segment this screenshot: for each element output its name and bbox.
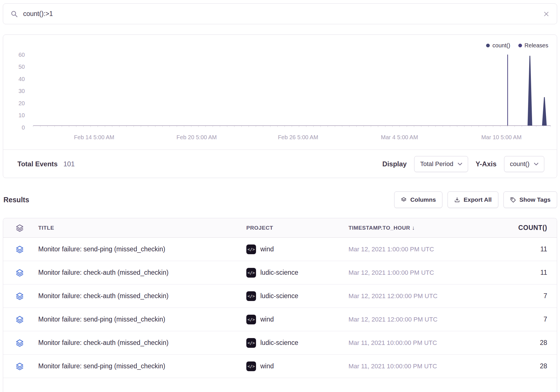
row-stack-icon[interactable] <box>3 362 38 370</box>
legend-label-releases: Releases <box>525 42 548 49</box>
table-row[interactable]: Monitor failure: send-ping (missed_check… <box>3 308 557 331</box>
event-timestamp: Mar 11, 2021 10:00:00 PM UTC <box>349 339 497 347</box>
clear-search-icon[interactable] <box>543 11 549 17</box>
results-heading: Results <box>3 196 29 204</box>
event-title[interactable]: Monitor failure: check-auth (missed_chec… <box>38 269 246 276</box>
display-dropdown-value: Total Period <box>420 160 453 168</box>
project-name: wind <box>260 362 274 370</box>
event-count: 11 <box>497 245 557 253</box>
column-header-project[interactable]: PROJECT <box>246 225 349 231</box>
project-badge-icon: </> <box>246 338 256 348</box>
row-stack-icon[interactable] <box>3 339 38 347</box>
table-header-row: TITLE PROJECT TIMESTAMP.TO_HOUR↓ COUNT() <box>3 218 557 238</box>
project-badge-icon: </> <box>246 315 256 324</box>
legend-dot-releases <box>518 44 522 47</box>
row-stack-icon[interactable] <box>3 245 38 253</box>
event-title[interactable]: Monitor failure: check-auth (missed_chec… <box>38 339 246 347</box>
x-tick-label: Mar 4 5:00 AM <box>381 134 418 141</box>
chevron-down-icon <box>534 163 538 165</box>
download-icon <box>454 197 460 203</box>
event-timestamp: Mar 12, 2021 1:00:00 PM UTC <box>349 246 497 253</box>
event-count: 7 <box>497 316 557 323</box>
project-name: ludic-science <box>260 339 298 347</box>
project-name: wind <box>260 316 274 323</box>
table-row[interactable]: Monitor failure: send-ping (missed_check… <box>3 355 557 378</box>
y-tick-label: 30 <box>19 88 25 94</box>
chart-legend: count() Releases <box>486 42 548 49</box>
sort-desc-icon: ↓ <box>412 225 415 231</box>
event-timestamp: Mar 12, 2021 1:00:00 PM UTC <box>349 269 497 276</box>
event-title[interactable]: Monitor failure: check-auth (missed_chec… <box>38 292 246 300</box>
columns-button[interactable]: Columns <box>394 191 442 208</box>
show-tags-button-label: Show Tags <box>519 196 551 203</box>
chart-plot <box>33 52 551 128</box>
project-badge-icon: </> <box>246 268 256 278</box>
yaxis-dropdown-value: count() <box>510 160 529 168</box>
legend-item-count[interactable]: count() <box>486 42 510 49</box>
event-title[interactable]: Monitor failure: send-ping (missed_check… <box>38 245 246 253</box>
column-header-timestamp[interactable]: TIMESTAMP.TO_HOUR↓ <box>349 225 497 231</box>
events-chart-panel: count() Releases 0102030405060 Feb 14 5:… <box>3 35 557 178</box>
row-stack-icon[interactable] <box>3 316 38 324</box>
x-tick-label: Feb 26 5:00 AM <box>278 134 318 141</box>
project-name: wind <box>260 245 274 253</box>
columns-button-label: Columns <box>410 196 436 203</box>
project-badge-icon: </> <box>246 245 256 254</box>
legend-dot-count <box>486 44 490 47</box>
y-tick-label: 10 <box>19 112 25 119</box>
display-dropdown[interactable]: Total Period <box>414 156 468 172</box>
chart-footer: Total Events 101 Display Total Period Y-… <box>3 150 557 178</box>
column-header-count[interactable]: COUNT() <box>497 224 557 232</box>
event-timestamp: Mar 12, 2021 12:00:00 PM UTC <box>349 316 497 323</box>
timestamp-header-label: TIMESTAMP.TO_HOUR <box>349 225 410 231</box>
table-row[interactable]: Monitor failure: send-ping (missed_check… <box>3 238 557 261</box>
project-cell: </> wind <box>246 361 349 371</box>
search-bar <box>3 3 557 24</box>
event-timestamp: Mar 11, 2021 10:00:00 PM UTC <box>349 363 497 370</box>
y-tick-label: 60 <box>19 51 25 58</box>
table-row[interactable]: Monitor failure: check-auth (missed_chec… <box>3 284 557 308</box>
y-tick-label: 50 <box>19 64 25 70</box>
row-stack-icon[interactable] <box>3 292 38 300</box>
x-tick-label: Feb 20 5:00 AM <box>176 134 217 141</box>
show-tags-button[interactable]: Show Tags <box>503 191 557 208</box>
export-all-button[interactable]: Export All <box>448 191 498 208</box>
table-bottom-cut <box>3 378 557 392</box>
chart-y-axis-labels: 0102030405060 <box>3 52 29 128</box>
event-count: 11 <box>497 269 557 276</box>
tag-icon <box>510 197 516 203</box>
event-count: 28 <box>497 362 557 370</box>
project-cell: </> ludic-science <box>246 291 349 301</box>
event-count: 28 <box>497 339 557 347</box>
yaxis-dropdown[interactable]: count() <box>504 156 544 172</box>
event-timestamp: Mar 12, 2021 12:00:00 PM UTC <box>349 292 497 300</box>
x-tick-label: Feb 14 5:00 AM <box>74 134 114 141</box>
chevron-down-icon <box>458 163 462 165</box>
y-tick-label: 40 <box>19 76 25 82</box>
table-row[interactable]: Monitor failure: check-auth (missed_chec… <box>3 261 557 284</box>
column-header-title[interactable]: TITLE <box>38 225 246 231</box>
search-icon <box>11 10 18 18</box>
display-label: Display <box>382 160 407 168</box>
project-badge-icon: </> <box>246 291 256 301</box>
legend-label-count: count() <box>492 42 510 49</box>
project-name: ludic-science <box>260 292 298 300</box>
event-title[interactable]: Monitor failure: send-ping (missed_check… <box>38 362 246 370</box>
legend-item-releases[interactable]: Releases <box>518 42 548 49</box>
table-row[interactable]: Monitor failure: check-auth (missed_chec… <box>3 331 557 355</box>
project-cell: </> ludic-science <box>246 338 349 348</box>
x-tick-label: Mar 10 5:00 AM <box>481 134 521 141</box>
event-count: 7 <box>497 292 557 300</box>
layers-icon <box>16 224 24 232</box>
event-title[interactable]: Monitor failure: send-ping (missed_check… <box>38 316 246 323</box>
results-table: TITLE PROJECT TIMESTAMP.TO_HOUR↓ COUNT()… <box>3 218 557 392</box>
search-input[interactable] <box>23 10 538 18</box>
export-all-button-label: Export All <box>464 196 491 203</box>
chart-area: count() Releases 0102030405060 Feb 14 5:… <box>3 35 557 150</box>
y-tick-label: 0 <box>22 124 25 131</box>
chart-x-axis-labels: Feb 14 5:00 AMFeb 20 5:00 AMFeb 26 5:00 … <box>33 134 551 143</box>
project-name: ludic-science <box>260 269 298 276</box>
y-tick-label: 20 <box>19 100 25 106</box>
layers-icon <box>401 197 407 203</box>
row-stack-icon[interactable] <box>3 269 38 277</box>
